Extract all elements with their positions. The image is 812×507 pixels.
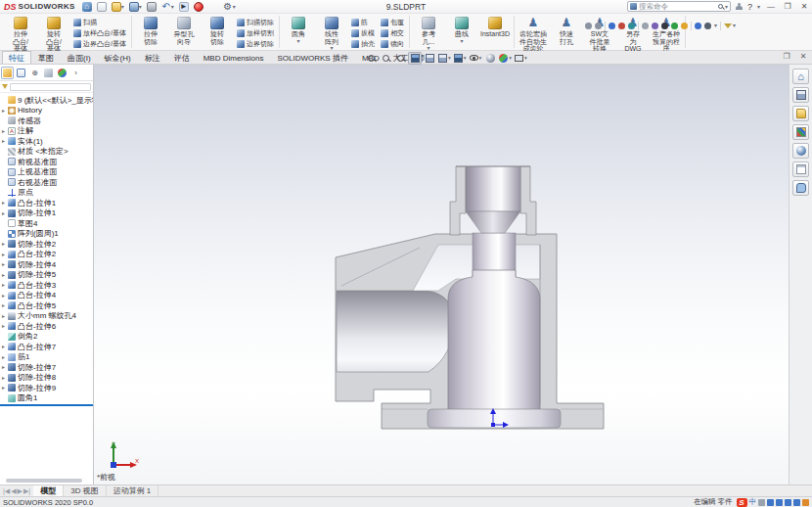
- tree-item[interactable]: ▸实体(1): [0, 136, 93, 147]
- tab-nav-next-button[interactable]: ▶: [18, 487, 23, 495]
- configurations-icon[interactable]: ⊕: [28, 67, 41, 79]
- tab-草图[interactable]: 草图: [31, 51, 61, 64]
- search-caret-icon[interactable]: ▾: [725, 4, 728, 10]
- panel-horizontal-scrollbar[interactable]: [6, 479, 82, 483]
- fm-tab-propertymanager[interactable]: [15, 67, 27, 79]
- tab-solidworks-插件[interactable]: SOLIDWORKS 插件: [270, 51, 354, 64]
- zoom-fit-button[interactable]: [364, 52, 378, 65]
- dynamic-annotation-button[interactable]: [423, 52, 436, 65]
- ribbon-intersect-button[interactable]: 相交: [379, 28, 406, 38]
- graphics-viewport[interactable]: Y X *前视: [94, 65, 789, 484]
- tree-item[interactable]: ▸大小mm 螺纹孔4: [0, 311, 93, 322]
- tree-item[interactable]: 圆角1: [0, 393, 93, 404]
- filter-icon[interactable]: [2, 84, 8, 89]
- tree-item[interactable]: ▸筋1: [0, 352, 93, 363]
- taskpane-view-palette-button[interactable]: [792, 124, 809, 140]
- tree-item[interactable]: ▸A注解: [0, 126, 93, 137]
- tree-item[interactable]: 9 (默认<<默认>_显示状态 1>: [0, 95, 93, 106]
- sogou-ime-logo[interactable]: S: [737, 498, 747, 507]
- ribbon-extruded-boss-button[interactable]: 拉伸 凸台/ 基体: [5, 16, 36, 53]
- tab-评估[interactable]: 评估: [167, 51, 197, 64]
- home-button[interactable]: ⌂: [81, 1, 93, 13]
- view-orientation-button[interactable]: ▾: [437, 52, 452, 65]
- taskpane-custom-properties-button[interactable]: [792, 161, 809, 177]
- search-icon[interactable]: [718, 4, 723, 9]
- ime-keyboard-icon[interactable]: [776, 499, 783, 506]
- doc-restore-button[interactable]: ❐: [781, 52, 792, 61]
- tree-item[interactable]: ▸凸台-拉伸1: [0, 198, 93, 208]
- tree-item[interactable]: 右视基准面: [0, 177, 93, 188]
- save-button[interactable]: ▾: [128, 1, 143, 13]
- restore-button[interactable]: ❐: [782, 2, 793, 11]
- tab-标注[interactable]: 标注: [138, 51, 167, 64]
- ime-mic-icon[interactable]: [767, 499, 774, 506]
- tree-item[interactable]: ▸凸台-拉伸5: [0, 300, 93, 311]
- ribbon-instant3d-button[interactable]: Instant3D: [479, 16, 511, 38]
- tab-mbd-dimensions[interactable]: MBD Dimensions: [197, 51, 271, 64]
- toolbar-caret-icon[interactable]: ▾: [714, 23, 717, 28]
- help-caret-icon[interactable]: ▾: [757, 4, 760, 10]
- section-view-button[interactable]: [408, 52, 422, 65]
- green-dot-icon[interactable]: [671, 23, 678, 29]
- model-tab-3d-视图[interactable]: 3D 视图: [64, 485, 106, 496]
- options-button[interactable]: ⚙▾: [222, 1, 237, 13]
- apply-scene-button[interactable]: ▾: [498, 52, 513, 65]
- search-commands-box[interactable]: 搜索命令 ▾: [627, 1, 731, 12]
- ribbon-lofted-cut-button[interactable]: 放样切割: [235, 28, 276, 38]
- ribbon-wrap-button[interactable]: 包覆: [379, 18, 406, 27]
- taskpane-appearances-scenes-button[interactable]: [792, 143, 809, 159]
- close-button[interactable]: ✕: [798, 2, 810, 11]
- search-input[interactable]: 搜索命令: [639, 2, 716, 12]
- ribbon-hole-wizard-button[interactable]: 异型孔 向导: [168, 16, 200, 45]
- pin-icon[interactable]: [585, 23, 592, 29]
- tree-item[interactable]: ▸凸台-拉伸7: [0, 342, 93, 352]
- tree-item[interactable]: ▸凸台-拉伸3: [0, 280, 93, 291]
- tree-item[interactable]: ▸凸台-拉伸6: [0, 321, 93, 332]
- violet-gem-icon[interactable]: [652, 23, 658, 29]
- tree-item[interactable]: 上视基准面: [0, 167, 93, 178]
- ribbon-swept-cut-button[interactable]: 扫描切除: [235, 18, 276, 27]
- tree-item[interactable]: ▸History: [0, 106, 93, 116]
- taskpane-design-library-button[interactable]: [792, 87, 809, 103]
- tree-item[interactable]: 材质 <未指定>: [0, 147, 93, 158]
- expand-panel-icon[interactable]: ›: [69, 67, 82, 79]
- tree-item[interactable]: 原点: [0, 188, 93, 199]
- ribbon-boundary-boss-button[interactable]: 边界凸台/基体: [71, 39, 128, 49]
- part-3d-model[interactable]: [94, 65, 789, 484]
- tree-item[interactable]: 倒角2: [0, 332, 93, 343]
- tab-曲面(i)[interactable]: 曲面(I): [61, 51, 98, 64]
- ime-clipboard-icon[interactable]: [785, 499, 791, 506]
- ribbon-shell-button[interactable]: 抽壳: [349, 39, 377, 49]
- blue-grid-icon[interactable]: [609, 23, 615, 29]
- hide-show-items-button[interactable]: ▾: [469, 52, 483, 65]
- ribbon-revolved-boss-button[interactable]: 旋转 凸台/ 基体: [38, 16, 69, 53]
- ribbon-extruded-cut-button[interactable]: 拉伸 切除: [135, 16, 166, 45]
- tree-item[interactable]: ▸切除-拉伸5: [0, 270, 93, 281]
- ribbon-quick-hole-button[interactable]: ♟快速 打孔: [551, 16, 582, 45]
- zoom-area-button[interactable]: [379, 52, 392, 65]
- tree-filter-input[interactable]: [10, 83, 91, 91]
- ribbon-linear-pattern-button[interactable]: 线性 阵列▾: [316, 16, 347, 51]
- previous-view-button[interactable]: [393, 52, 407, 65]
- model-tab-运动算例-1[interactable]: 运动算例 1: [107, 485, 159, 496]
- new-button[interactable]: [96, 1, 108, 13]
- ime-toolbox-icon[interactable]: [802, 499, 809, 506]
- fm-tab-featuremanager[interactable]: [1, 67, 14, 79]
- black-arrow-icon[interactable]: [661, 23, 668, 29]
- tree-item[interactable]: 草图4: [0, 218, 93, 229]
- ribbon-gear-macro-button[interactable]: ♟齿轮宏插 件自动生 成齿轮: [518, 16, 549, 53]
- ribbon-rib-button[interactable]: 筋: [349, 18, 377, 27]
- teal-globe-icon[interactable]: [628, 23, 635, 29]
- tab-钣金(h)[interactable]: 钣金(H): [98, 51, 138, 64]
- red-tool-icon[interactable]: [618, 23, 625, 29]
- tree-item[interactable]: ▸切除-拉伸7: [0, 362, 93, 373]
- ribbon-swept-boss-button[interactable]: 扫描: [71, 18, 128, 27]
- gold-dot-icon[interactable]: [681, 23, 688, 29]
- tab-特征[interactable]: 特征: [2, 51, 31, 64]
- rollback-bar[interactable]: [0, 404, 93, 406]
- taskpane-home-button[interactable]: ⌂: [792, 69, 809, 84]
- ribbon-boundary-cut-button[interactable]: 边界切除: [235, 39, 276, 49]
- model-tab-模型[interactable]: 模型: [33, 485, 64, 496]
- ribbon-mirror-button[interactable]: 镜向: [379, 39, 406, 49]
- fm-tab-display-manager[interactable]: [56, 67, 68, 79]
